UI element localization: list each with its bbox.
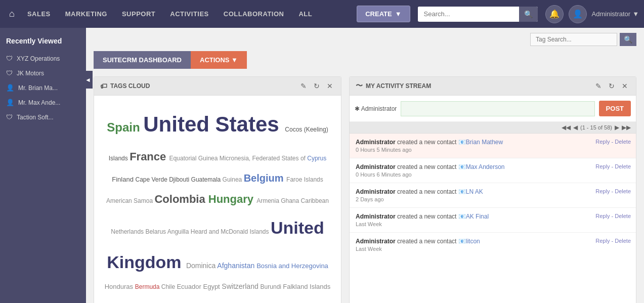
tag-item[interactable]: Guatemala xyxy=(191,176,223,183)
tag-item[interactable]: Switzerland xyxy=(222,282,260,290)
nav-sales[interactable]: SALES xyxy=(21,6,57,22)
tag-item[interactable]: Egypt xyxy=(203,283,222,290)
recently-viewed-header: Recently Viewed xyxy=(0,33,86,51)
search-input[interactable] xyxy=(418,7,519,21)
nav-collaboration[interactable]: COLLABORATION xyxy=(218,6,290,22)
tag-item[interactable]: Ecuador xyxy=(177,283,203,290)
activity-contact-link[interactable]: 📧AK Final xyxy=(458,213,489,220)
delete-link[interactable]: Delete xyxy=(615,163,631,169)
nav-activities[interactable]: ACTIVITIES xyxy=(164,6,215,22)
activity-time: Last Week xyxy=(356,246,630,252)
activity-stream-panel: 〜 MY ACTIVITY STREAM ✎ ↻ ✕ ✱ Administrat… xyxy=(349,76,636,303)
delete-link[interactable]: Delete xyxy=(615,213,631,219)
activity-user-label: ✱ Administrator xyxy=(355,105,397,112)
activity-contact-link[interactable]: 📧Brian Mathew xyxy=(458,139,503,146)
tags-close-button[interactable]: ✕ xyxy=(325,81,335,91)
tag-item[interactable]: Bermuda xyxy=(135,283,161,290)
activity-close-button[interactable]: ✕ xyxy=(620,81,630,91)
tag-item[interactable]: India xyxy=(262,300,305,303)
person-icon-max: 👤 xyxy=(6,99,14,106)
activity-title: MY ACTIVITY STREAM xyxy=(366,82,431,90)
reply-link[interactable]: Reply xyxy=(595,188,610,194)
tag-item[interactable]: Bosnia and Herzegovina xyxy=(256,262,328,270)
tag-item[interactable]: Belarus xyxy=(145,228,167,235)
tag-item[interactable]: Cyprus xyxy=(307,155,326,162)
activity-action: created a new contact xyxy=(397,238,458,245)
shield-icon-xyz: 🛡 xyxy=(6,55,13,62)
post-button[interactable]: POST xyxy=(599,101,631,116)
tag-item[interactable]: France xyxy=(130,150,169,163)
last-page-button[interactable]: ▶▶ xyxy=(622,124,631,131)
tag-item[interactable]: Burundi xyxy=(261,283,283,290)
reply-link[interactable]: Reply xyxy=(595,213,610,219)
user-avatar-icon[interactable]: 👤 xyxy=(569,5,587,23)
tag-item[interactable]: Hungary xyxy=(208,193,256,205)
tag-item[interactable]: Equatorial Guinea xyxy=(169,155,219,162)
person-icon-brian: 👤 xyxy=(6,84,14,92)
sidebar-item-max[interactable]: 👤 Mr. Max Ande... xyxy=(0,95,86,110)
tag-item[interactable]: Dominica xyxy=(186,262,217,270)
tab-actions[interactable]: ACTIONS ▼ xyxy=(191,51,247,69)
reply-link[interactable]: Reply xyxy=(595,238,610,244)
tag-item[interactable]: Anguilla xyxy=(167,228,191,235)
tag-item[interactable]: Finland xyxy=(112,176,135,183)
tag-item[interactable]: United States xyxy=(143,112,285,136)
tags-edit-button[interactable]: ✎ xyxy=(298,81,309,91)
pagination-label: (1 - 15 of 58) xyxy=(580,124,612,131)
reply-link[interactable]: Reply xyxy=(595,139,610,145)
activity-post-input[interactable] xyxy=(401,101,594,116)
tag-item[interactable]: Armenia xyxy=(256,197,281,204)
tag-item[interactable]: Chile xyxy=(161,283,177,290)
prev-page-button[interactable]: ◀ xyxy=(573,124,578,131)
sidebar-collapse-button[interactable]: ◄ xyxy=(83,71,93,89)
activity-action: created a new contact xyxy=(397,139,458,146)
tag-item[interactable]: Ghana xyxy=(281,197,300,204)
tag-search-input[interactable] xyxy=(530,33,617,46)
tag-item[interactable]: Belgium xyxy=(244,172,286,184)
reply-link[interactable]: Reply xyxy=(595,163,610,169)
activity-contact-link[interactable]: 📧Max Anderson xyxy=(458,163,505,170)
activity-item: Administrator created a new contact 📧lit… xyxy=(350,233,636,257)
create-button[interactable]: CREATE ▼ xyxy=(357,6,410,22)
activity-contact-link[interactable]: 📧litcon xyxy=(458,238,480,245)
activity-edit-button[interactable]: ✎ xyxy=(593,81,604,91)
sidebar-item-taction[interactable]: 🛡 Taction Soft... xyxy=(0,110,86,124)
tab-suitecrm-dashboard[interactable]: SUITECRM DASHBOARD xyxy=(94,51,191,69)
nav-support[interactable]: SUPPORT xyxy=(116,6,161,22)
tag-item[interactable]: Heard and McDonald Islands xyxy=(191,228,271,235)
tags-refresh-button[interactable]: ↻ xyxy=(312,81,322,91)
activity-actor: Administrator xyxy=(356,163,396,170)
tag-item[interactable]: Djibouti xyxy=(169,176,191,183)
home-icon[interactable]: ⌂ xyxy=(5,5,19,23)
delete-link[interactable]: Delete xyxy=(615,238,631,244)
tag-item[interactable]: American Samoa xyxy=(106,197,154,204)
nav-all[interactable]: ALL xyxy=(292,6,318,22)
first-page-button[interactable]: ◀◀ xyxy=(562,124,571,131)
tag-item[interactable]: Colombia xyxy=(154,193,208,205)
delete-link[interactable]: Delete xyxy=(615,139,631,145)
tag-item[interactable]: Honduras xyxy=(105,283,135,290)
admin-menu[interactable]: Administrator ▼ xyxy=(592,10,639,18)
tag-item[interactable]: Spain xyxy=(107,120,143,134)
sidebar-item-jk[interactable]: 🛡 JK Motors xyxy=(0,66,86,80)
notifications-icon[interactable]: 🔔 xyxy=(545,5,564,23)
sidebar: Recently Viewed 🛡 XYZ Operations 🛡 JK Mo… xyxy=(0,28,86,303)
tag-item[interactable]: Faroe Islands xyxy=(286,176,323,183)
tag-item[interactable]: Micronesia, Federated States of xyxy=(220,155,307,162)
activity-item-actions: Reply - Delete xyxy=(595,213,631,219)
activity-refresh-button[interactable]: ↻ xyxy=(607,81,617,91)
activity-header: 〜 MY ACTIVITY STREAM ✎ ↻ ✕ xyxy=(350,77,636,96)
sidebar-item-label: Mr. Max Ande... xyxy=(18,99,60,106)
tag-search-button[interactable]: 🔍 xyxy=(620,33,636,46)
tag-item[interactable]: Cape Verde xyxy=(135,176,169,183)
next-page-button[interactable]: ▶ xyxy=(615,124,619,131)
activity-contact-link[interactable]: 📧LN AK xyxy=(458,188,483,195)
search-button[interactable]: 🔍 xyxy=(519,7,538,22)
delete-link[interactable]: Delete xyxy=(615,188,631,194)
nav-marketing[interactable]: MARKETING xyxy=(59,6,113,22)
sidebar-item-xyz[interactable]: 🛡 XYZ Operations xyxy=(0,51,86,66)
tag-item[interactable]: Guinea xyxy=(223,176,244,183)
tag-item[interactable]: Falkland Islands xyxy=(283,283,330,290)
sidebar-item-brian[interactable]: 👤 Mr. Brian Ma... xyxy=(0,80,86,95)
tag-item[interactable]: Afghanistan xyxy=(217,262,256,270)
